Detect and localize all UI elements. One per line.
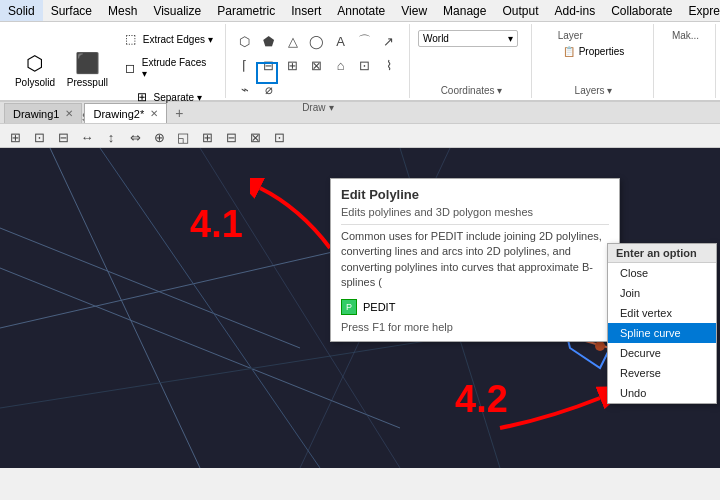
ribbon-panel: ⬡ Polysolid ⬛ Presspull ⬚ Extract Edges … bbox=[0, 22, 720, 102]
menu-collaborate[interactable]: Collaborate bbox=[603, 0, 680, 21]
polysolid-button[interactable]: ⬡ Polysolid bbox=[10, 42, 60, 94]
svg-point-9 bbox=[595, 341, 605, 351]
menu-solid[interactable]: Solid bbox=[0, 0, 43, 21]
draw-label: Draw ▾ bbox=[302, 100, 334, 113]
layer-properties-label: Properties bbox=[579, 46, 625, 57]
draw-btn-16[interactable]: ⌀ bbox=[258, 78, 280, 100]
menu-express-tools[interactable]: Express Tools bbox=[681, 0, 720, 21]
draw-btn-7[interactable]: ↗ bbox=[378, 30, 400, 52]
menu-mesh[interactable]: Mesh bbox=[100, 0, 145, 21]
toolbar-btn-polar[interactable]: ↔ bbox=[76, 126, 98, 148]
draw-btn-10[interactable]: ⊞ bbox=[282, 54, 304, 76]
context-menu-close[interactable]: Close bbox=[608, 263, 716, 283]
doc-tab-drawing1-label: Drawing1 bbox=[13, 108, 59, 120]
toolbar-btn-ortho[interactable]: ⊟ bbox=[52, 126, 74, 148]
draw-buttons: ⬡ ⬟ △ ◯ A ⌒ ↗ ⌈ ⊟ ⊞ ⊠ ⌂ ⊡ ⌇ ⌁ ⌀ bbox=[234, 30, 403, 100]
draw-btn-11[interactable]: ⊠ bbox=[306, 54, 328, 76]
draw-btn-5[interactable]: A bbox=[330, 30, 352, 52]
draw-btn-8[interactable]: ⌈ bbox=[234, 54, 256, 76]
menu-insert[interactable]: Insert bbox=[283, 0, 329, 21]
doc-tab-drawing1[interactable]: Drawing1 ✕ bbox=[4, 103, 82, 123]
menu-surface[interactable]: Surface bbox=[43, 0, 100, 21]
tooltip-cmd-label: PEDIT bbox=[363, 301, 395, 313]
draw-btn-4[interactable]: ◯ bbox=[306, 30, 328, 52]
menu-addins[interactable]: Add-ins bbox=[546, 0, 603, 21]
tooltip-footer: P PEDIT Press F1 for more help bbox=[341, 299, 609, 333]
annotation-4-1: 4.1 bbox=[190, 203, 243, 246]
doc-tab-drawing2-close[interactable]: ✕ bbox=[150, 108, 158, 119]
toolbar-btn-anno[interactable]: ⊡ bbox=[268, 126, 290, 148]
coordinates-label: Coordinates ▾ bbox=[441, 83, 503, 96]
make-placeholder: Mak... bbox=[672, 30, 699, 41]
layers-label: Layers ▾ bbox=[575, 83, 613, 96]
context-menu-decurve[interactable]: Decurve bbox=[608, 343, 716, 363]
toolbar-btn-osnap[interactable]: ↕ bbox=[100, 126, 122, 148]
layer-label: Layer bbox=[558, 30, 630, 41]
menu-manage[interactable]: Manage bbox=[435, 0, 494, 21]
extract-edges-icon: ⬚ bbox=[121, 29, 141, 49]
menu-parametric[interactable]: Parametric bbox=[209, 0, 283, 21]
toolbar-btn-grid[interactable]: ⊡ bbox=[28, 126, 50, 148]
layer-properties-button[interactable]: 📋 Properties bbox=[558, 43, 630, 60]
doc-tabs: Drawing1 ✕ Drawing2* ✕ + bbox=[0, 102, 720, 124]
draw-btn-6[interactable]: ⌒ bbox=[354, 30, 376, 52]
toolbar-row: ⊞ ⊡ ⊟ ↔ ↕ ⇔ ⊕ ◱ ⊞ ⊟ ⊠ ⊡ bbox=[0, 124, 720, 148]
ribbon-group-solid-editing: ⬡ Polysolid ⬛ Presspull ⬚ Extract Edges … bbox=[4, 24, 226, 98]
draw-btn-1[interactable]: ⬡ bbox=[234, 30, 256, 52]
draw-btn-13[interactable]: ⊡ bbox=[354, 54, 376, 76]
draw-btn-15[interactable]: ⌁ bbox=[234, 78, 256, 100]
polysolid-icon: ⬡ bbox=[21, 49, 49, 77]
draw-btn-2[interactable]: ⬟ bbox=[258, 30, 280, 52]
extrude-faces-icon: ◻ bbox=[120, 58, 140, 78]
presspull-icon: ⬛ bbox=[73, 49, 101, 77]
extract-edges-button[interactable]: ⬚ Extract Edges ▾ bbox=[115, 26, 219, 52]
draw-btn-3[interactable]: △ bbox=[282, 30, 304, 52]
extrude-faces-button[interactable]: ◻ Extrude Faces ▾ bbox=[115, 54, 219, 82]
toolbar-btn-sel[interactable]: ⊠ bbox=[244, 126, 266, 148]
draw-btn-12[interactable]: ⌂ bbox=[330, 54, 352, 76]
tooltip-panel: Edit Polyline Edits polylines and 3D pol… bbox=[330, 178, 620, 342]
world-label: World bbox=[423, 33, 449, 44]
menu-view[interactable]: View bbox=[393, 0, 435, 21]
layers-controls: Layer 📋 Properties bbox=[558, 30, 630, 60]
world-dropdown-arrow: ▾ bbox=[508, 33, 513, 44]
annotation-4-2: 4.2 bbox=[455, 378, 508, 421]
doc-tab-drawing2[interactable]: Drawing2* ✕ bbox=[84, 103, 167, 123]
tooltip-title: Edit Polyline bbox=[341, 187, 609, 202]
layer-properties-icon: 📋 bbox=[563, 46, 575, 57]
ribbon-group-draw: ⬡ ⬟ △ ◯ A ⌒ ↗ ⌈ ⊟ ⊞ ⊠ ⌂ ⊡ ⌇ ⌁ ⌀ Draw ▾ bbox=[228, 24, 410, 98]
context-menu-header: Enter an option bbox=[608, 244, 716, 263]
context-menu-edit-vertex[interactable]: Edit vertex bbox=[608, 303, 716, 323]
draw-btn-9[interactable]: ⊟ bbox=[258, 54, 280, 76]
context-menu-spline-curve[interactable]: Spline curve bbox=[608, 323, 716, 343]
tooltip-command: P PEDIT bbox=[341, 299, 609, 315]
tooltip-help: Press F1 for more help bbox=[341, 321, 609, 333]
toolbar-btn-trans[interactable]: ⊟ bbox=[220, 126, 242, 148]
draw-btn-14[interactable]: ⌇ bbox=[378, 54, 400, 76]
solid-editing-buttons: ⬡ Polysolid ⬛ Presspull ⬚ Extract Edges … bbox=[10, 26, 219, 110]
world-dropdown[interactable]: World ▾ bbox=[418, 30, 518, 47]
ribbon-group-make: Mak... bbox=[656, 24, 716, 98]
tooltip-body: Common uses for PEDIT include joining 2D… bbox=[341, 229, 609, 291]
toolbar-btn-ducs[interactable]: ⊕ bbox=[148, 126, 170, 148]
context-menu-undo[interactable]: Undo bbox=[608, 383, 716, 403]
menu-visualize[interactable]: Visualize bbox=[145, 0, 209, 21]
doc-tab-new-button[interactable]: + bbox=[169, 103, 189, 123]
presspull-button[interactable]: ⬛ Presspull bbox=[62, 42, 113, 94]
menu-annotate[interactable]: Annotate bbox=[329, 0, 393, 21]
toolbar-btn-lw[interactable]: ⊞ bbox=[196, 126, 218, 148]
menu-bar: Solid Surface Mesh Visualize Parametric … bbox=[0, 0, 720, 22]
toolbar-btn-snap[interactable]: ⊞ bbox=[4, 126, 26, 148]
ribbon-group-coordinates: World ▾ Coordinates ▾ bbox=[412, 24, 532, 98]
pedit-icon: P bbox=[341, 299, 357, 315]
ribbon-group-layers: Layer 📋 Properties Layers ▾ bbox=[534, 24, 654, 98]
context-menu-join[interactable]: Join bbox=[608, 283, 716, 303]
context-menu-reverse[interactable]: Reverse bbox=[608, 363, 716, 383]
doc-tab-drawing1-close[interactable]: ✕ bbox=[65, 108, 73, 119]
toolbar-btn-dyn[interactable]: ◱ bbox=[172, 126, 194, 148]
canvas-area[interactable]: ✕ Z 4.1 4.2 Edit Polyline Edits polyline bbox=[0, 148, 720, 468]
coordinates-controls: World ▾ bbox=[418, 30, 525, 47]
menu-output[interactable]: Output bbox=[494, 0, 546, 21]
toolbar-btn-otrack[interactable]: ⇔ bbox=[124, 126, 146, 148]
tooltip-subtitle: Edits polylines and 3D polygon meshes bbox=[341, 206, 609, 218]
